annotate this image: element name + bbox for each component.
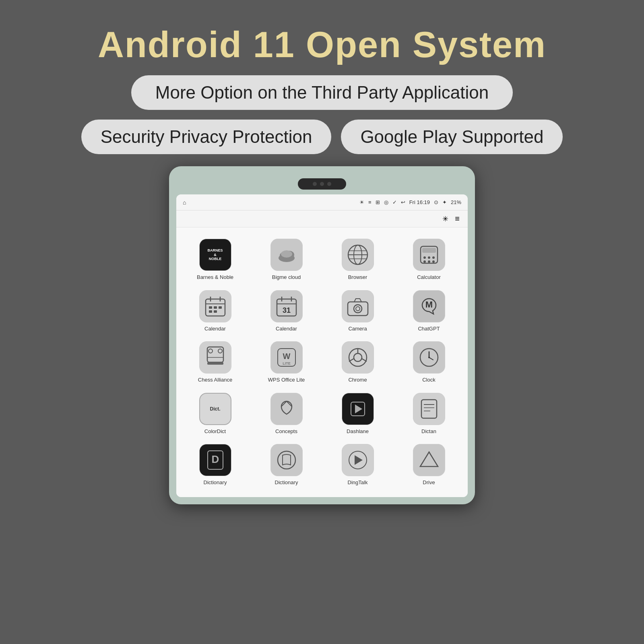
app-icon-bigme-cloud — [270, 239, 303, 271]
app-item-clock-11[interactable]: Clock — [393, 336, 464, 388]
app-item-chatgpt-7[interactable]: MChatGPT — [393, 285, 464, 337]
app-icon-chatgpt: M — [413, 290, 445, 322]
app-name-11: Clock — [422, 377, 436, 383]
app-name-4: Calendar — [204, 326, 226, 332]
app-icon-colordict: Dict. — [199, 393, 231, 425]
app-icon-camera — [342, 290, 374, 322]
svg-rect-21 — [209, 306, 212, 309]
svg-point-36 — [208, 349, 213, 353]
app-item-dictionary-16[interactable]: DDictionary — [180, 439, 251, 491]
app-icon-concepts — [270, 393, 303, 425]
feature-pills: Security Privacy Protection Google Play … — [81, 120, 563, 154]
app-name-1: Bigme cloud — [272, 274, 301, 281]
status-time: Fri 16:19 — [409, 199, 430, 205]
grid-icon[interactable]: ⊞ — [376, 199, 380, 205]
app-name-17: Dictionary — [275, 479, 298, 486]
bluetooth-icon: ✦ — [442, 199, 447, 205]
app-item-barnes-&-noble-0[interactable]: BARNES&NOBLEBarnes & Noble — [180, 234, 251, 285]
svg-rect-54 — [421, 400, 437, 418]
check-icon[interactable]: ✓ — [392, 199, 397, 205]
app-name-12: ColorDict — [204, 428, 226, 435]
tablet-device: ⌂ ☀ ≡ ⊞ ◎ ✓ ↩ Fri 16:19 ⊙ ✦ 21% ✳ ≡ BARN… — [169, 166, 475, 504]
app-name-6: Camera — [348, 326, 367, 332]
app-name-8: Chess Alliance — [198, 377, 232, 383]
svg-text:31: 31 — [282, 306, 290, 314]
app-item-calendar-4[interactable]: Calendar — [180, 285, 251, 337]
app-icon-wps-office-lite: WLITE — [270, 341, 303, 374]
app-icon-dictionary — [270, 444, 303, 476]
back-icon[interactable]: ↩ — [401, 199, 405, 205]
app-item-colordict-12[interactable]: Dict.ColorDict — [180, 388, 251, 440]
app-icon-drive — [413, 444, 445, 476]
app-item-calendar-5[interactable]: 31Calendar — [251, 285, 322, 337]
app-icon-chrome — [342, 341, 374, 374]
app-icon-dictionary: D — [199, 444, 231, 476]
app-name-13: Concepts — [275, 428, 297, 435]
svg-point-33 — [356, 307, 360, 311]
feature-pill-security: Security Privacy Protection — [81, 120, 332, 154]
camera-dot-2 — [320, 182, 324, 186]
app-item-camera-6[interactable]: Camera — [322, 285, 393, 337]
app-item-browser-2[interactable]: Browser — [322, 234, 393, 285]
app-icon-browser — [342, 239, 374, 271]
svg-rect-22 — [214, 306, 217, 309]
svg-rect-38 — [207, 362, 223, 365]
app-item-dingtalk-18[interactable]: DingTalk — [322, 439, 393, 491]
app-icon-calendar: 31 — [270, 290, 303, 322]
app-item-dictan-15[interactable]: Dictan — [393, 388, 464, 440]
app-name-0: Barnes & Noble — [197, 274, 233, 281]
toolbar-lines-icon[interactable]: ≡ — [455, 214, 460, 223]
app-name-3: Calculator — [417, 274, 441, 281]
camera-dot-1 — [313, 182, 317, 186]
svg-text:W: W — [283, 352, 290, 361]
battery-level: 21% — [451, 199, 461, 205]
app-icon-calculator — [413, 239, 445, 271]
brightness-icon[interactable]: ☀ — [359, 199, 364, 205]
app-name-15: Dictan — [421, 428, 436, 435]
app-item-calculator-3[interactable]: Calculator — [393, 234, 464, 285]
svg-rect-10 — [422, 248, 436, 253]
app-item-chess-alliance-8[interactable]: Chess Alliance — [180, 336, 251, 388]
svg-marker-64 — [420, 452, 438, 466]
feature-pill-google: Google Play Supported — [341, 120, 563, 154]
svg-text:LITE: LITE — [283, 361, 291, 365]
svg-point-51 — [428, 357, 430, 358]
app-grid: BARNES&NOBLEBarnes & NobleBigme cloudBro… — [176, 227, 468, 497]
settings-icon[interactable]: ◎ — [384, 199, 388, 205]
app-name-16: Dictionary — [204, 479, 227, 486]
svg-point-13 — [432, 256, 435, 259]
svg-point-60 — [278, 451, 295, 469]
app-item-drive-19[interactable]: Drive — [393, 439, 464, 491]
app-item-chrome-10[interactable]: Chrome — [322, 336, 393, 388]
svg-rect-24 — [209, 310, 212, 313]
app-name-9: WPS Office Lite — [268, 377, 305, 383]
header-section: Android 11 Open System More Option on th… — [0, 0, 644, 154]
app-icon-dingtalk — [342, 444, 374, 476]
app-name-18: DingTalk — [348, 479, 368, 486]
svg-marker-53 — [355, 405, 362, 413]
svg-point-12 — [428, 256, 430, 259]
svg-point-44 — [354, 353, 362, 361]
app-item-bigme-cloud-1[interactable]: Bigme cloud — [251, 234, 322, 285]
app-item-dashlane-14[interactable]: Dashlane — [322, 388, 393, 440]
app-item-dictionary-17[interactable]: Dictionary — [251, 439, 322, 491]
app-icon-clock — [413, 341, 445, 374]
tablet-screen: ⌂ ☀ ≡ ⊞ ◎ ✓ ↩ Fri 16:19 ⊙ ✦ 21% ✳ ≡ BARN… — [176, 194, 468, 497]
svg-rect-25 — [214, 310, 217, 313]
app-name-14: Dashlane — [347, 428, 369, 435]
menu-icon[interactable]: ≡ — [368, 199, 372, 205]
svg-text:D: D — [211, 453, 219, 465]
app-icon-barnes-&-noble: BARNES&NOBLE — [199, 239, 231, 271]
camera-dot-3 — [327, 182, 331, 186]
app-item-concepts-13[interactable]: Concepts — [251, 388, 322, 440]
svg-point-11 — [423, 256, 426, 259]
main-title: Android 11 Open System — [98, 24, 546, 66]
asterisk-icon[interactable]: ✳ — [442, 215, 448, 223]
app-item-wps-office-lite-9[interactable]: WLITEWPS Office Lite — [251, 336, 322, 388]
status-center: ☀ ≡ ⊞ ◎ ✓ ↩ Fri 16:19 ⊙ ✦ 21% — [359, 199, 461, 205]
svg-rect-23 — [219, 306, 222, 309]
app-icon-chess-alliance — [199, 341, 231, 374]
app-toolbar: ✳ ≡ — [176, 211, 468, 227]
subtitle-pill: More Option on the Third Party Applicati… — [131, 75, 513, 110]
home-icon[interactable]: ⌂ — [183, 199, 186, 206]
